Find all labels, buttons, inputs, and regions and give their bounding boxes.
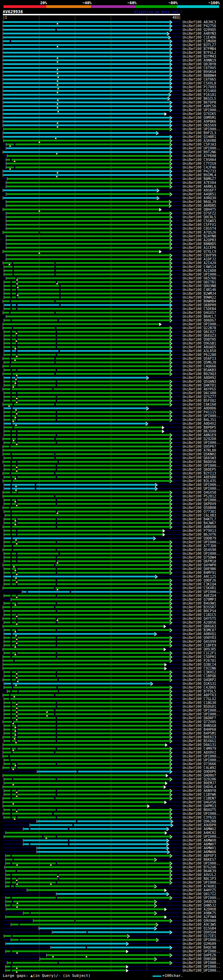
hit-id-label[interactable]: UniRef100_C5XXL8 bbox=[183, 81, 216, 85]
hit-id-label[interactable]: UniRef100_Q0CRL5 bbox=[183, 215, 216, 219]
hit-id-label[interactable]: UniRef100_Q6CX80 bbox=[183, 391, 216, 395]
hit-id-label[interactable]: UniRef100_UPI000.. bbox=[183, 464, 220, 468]
hit-id-label[interactable]: UniRef100_Q1H8R1 bbox=[183, 135, 216, 139]
hit-id-label[interactable]: UniRef100_Q4KTD1 bbox=[183, 383, 216, 387]
hit-id-label[interactable]: UniRef100_B3TLZ7 bbox=[183, 43, 216, 47]
hit-id-label[interactable]: UniRef100_UPI000.. bbox=[183, 896, 220, 900]
hit-id-label[interactable]: UniRef100_Q7SFZ2 bbox=[183, 212, 216, 215]
hit-id-label[interactable]: UniRef100_Q292D0 bbox=[183, 437, 216, 441]
hit-id-label[interactable]: UniRef100_B0EMJ7 bbox=[183, 781, 216, 785]
hit-id-label[interactable]: UniRef100_Q4PEZ6 bbox=[183, 953, 216, 957]
hit-id-label[interactable]: UniRef100_B6TDP8 bbox=[183, 100, 216, 104]
hit-id-label[interactable]: UniRef100_A8PXF3 bbox=[183, 854, 216, 858]
hit-id-label[interactable]: UniRef100_A0C125 bbox=[183, 575, 216, 579]
hit-id-label[interactable]: UniRef100_C8VF99 bbox=[183, 253, 216, 257]
hit-id-label[interactable]: UniRef100_Q75DW4 bbox=[183, 555, 216, 559]
hit-id-label[interactable]: UniRef100_B6KES7 bbox=[183, 858, 216, 861]
hit-id-label[interactable]: UniRef100_A9V2L2 bbox=[183, 873, 216, 877]
hit-id-label[interactable]: UniRef100_B4QC90 bbox=[183, 946, 216, 950]
hit-id-label[interactable]: UniRef100_B6HCL7 bbox=[183, 315, 216, 318]
hit-id-label[interactable]: UniRef100_A7EVA4 bbox=[183, 181, 216, 185]
hit-id-label[interactable]: UniRef100_A6MWV7 bbox=[183, 842, 216, 846]
hit-id-label[interactable]: UniRef100_Q70MP3 bbox=[183, 598, 216, 601]
hit-id-label[interactable]: UniRef100_Q4PM13 bbox=[183, 804, 216, 808]
hit-id-label[interactable]: UniRef100_A4HC02 bbox=[183, 831, 216, 835]
hit-id-label[interactable]: UniRef100_A7TJD0 bbox=[183, 544, 216, 548]
hit-id-label[interactable]: UniRef100_A2FXW4 bbox=[183, 915, 216, 919]
hit-id-label[interactable]: UniRef100_Q7ZV05 bbox=[183, 720, 216, 724]
hit-id-label[interactable]: UniRef100_A4HYZ5 bbox=[183, 888, 216, 892]
hit-id-label[interactable]: UniRef100_UPI000.. bbox=[183, 861, 220, 865]
hit-id-label[interactable]: UniRef100_UPI000.. bbox=[183, 712, 220, 716]
hit-id-label[interactable]: UniRef100_A8E6B0 bbox=[183, 475, 216, 479]
hit-id-label[interactable]: UniRef100_Q15GB4 bbox=[183, 926, 216, 930]
hit-id-label[interactable]: UniRef100_B6JUX0 bbox=[183, 430, 216, 433]
hit-id-label[interactable]: UniRef100_Q22B78 bbox=[183, 326, 216, 330]
hit-id-label[interactable]: UniRef100_Q20206 bbox=[183, 777, 216, 781]
hit-id-label[interactable]: UniRef100_UPI000.. bbox=[183, 322, 220, 326]
hit-id-label[interactable]: UniRef100_C7YIG9 bbox=[183, 162, 216, 165]
hit-id-label[interactable]: UniRef100_Q4S999 bbox=[183, 640, 216, 643]
hit-id-label[interactable]: UniRef100_C5KXR1 bbox=[183, 586, 216, 590]
hit-id-label[interactable]: UniRef100_UPI000.. bbox=[183, 881, 220, 885]
hit-id-label[interactable]: UniRef100_UPI000.. bbox=[183, 498, 220, 502]
hit-id-label[interactable]: UniRef100_P62280 bbox=[183, 353, 216, 357]
hit-id-label[interactable]: UniRef100_C1BG30 bbox=[183, 701, 216, 705]
hit-id-label[interactable]: UniRef100_UPI000.. bbox=[183, 552, 220, 555]
hit-id-label[interactable]: UniRef100_C4LW92 bbox=[183, 766, 216, 770]
hit-id-label[interactable]: UniRef100_C9SHA4 bbox=[183, 158, 216, 162]
hit-id-label[interactable]: UniRef100_A9UDP0 bbox=[183, 823, 216, 827]
hit-id-label[interactable]: UniRef100_Q5DB08 bbox=[183, 506, 216, 510]
hit-id-label[interactable]: UniRef100_UPI000.. bbox=[183, 938, 220, 942]
hit-id-label[interactable]: UniRef100_A1CEP6 bbox=[183, 246, 216, 250]
hit-id-label[interactable]: UniRef100_C5FFX1 bbox=[183, 223, 216, 227]
hit-id-label[interactable]: UniRef100_C5DPH1 bbox=[183, 655, 216, 659]
hit-id-label[interactable]: UniRef100_A0BVQ1 bbox=[183, 632, 216, 636]
hit-id-label[interactable]: UniRef100_UPI000.. bbox=[183, 758, 220, 762]
hit-id-label[interactable]: UniRef100_B4HP68 bbox=[183, 728, 216, 732]
hit-id-label[interactable]: UniRef100_B5AKB3 bbox=[183, 368, 216, 372]
hit-id-label[interactable]: UniRef100_UPI000.. bbox=[183, 708, 220, 712]
hit-id-label[interactable]: UniRef100_B0Z9Q3 bbox=[183, 372, 216, 376]
hit-id-label[interactable]: UniRef100_C3KIQ4 bbox=[183, 582, 216, 586]
hit-id-label[interactable]: UniRef100_B0XUT5 bbox=[183, 808, 216, 812]
hit-id-label[interactable]: UniRef100_Q9DB79 bbox=[183, 536, 216, 540]
hit-id-label[interactable]: UniRef100_B9T2N6 bbox=[183, 150, 216, 154]
hit-id-label[interactable]: UniRef100_A8JHC3 bbox=[183, 20, 216, 24]
hit-id-label[interactable]: UniRef100_O65766 bbox=[183, 276, 216, 280]
hit-id-label[interactable]: UniRef100_B4KTL7 bbox=[183, 517, 216, 521]
hit-id-label[interactable]: UniRef100_C1C2F1 bbox=[183, 651, 216, 655]
hit-id-label[interactable]: UniRef100_Q5UAN3 bbox=[183, 380, 216, 383]
hit-id-label[interactable]: UniRef100_A9RQ30 bbox=[183, 196, 216, 200]
hit-id-label[interactable]: UniRef100_A6RKL6 bbox=[183, 185, 216, 188]
hit-id-label[interactable]: UniRef100_B9WH22 bbox=[183, 296, 216, 299]
hit-id-label[interactable]: UniRef100_Q6PDV9 bbox=[183, 502, 216, 506]
hit-id-label[interactable]: UniRef100_Q9U9A0 bbox=[183, 919, 216, 923]
hit-id-label[interactable]: UniRef100_Q4GXS8 bbox=[183, 490, 216, 494]
hit-id-label[interactable]: UniRef100_B8N0D5 bbox=[183, 242, 216, 246]
hit-id-label[interactable]: UniRef100_B7G2U6 bbox=[183, 865, 216, 869]
hit-id-label[interactable]: UniRef100_B0WHB4 bbox=[183, 299, 216, 303]
hit-id-label[interactable]: UniRef100_Q9DF26 bbox=[183, 579, 216, 582]
hit-id-label[interactable]: UniRef100_UPI000.. bbox=[183, 835, 220, 838]
hit-id-label[interactable]: UniRef100_P42733 bbox=[183, 169, 216, 173]
hit-id-label[interactable]: UniRef100_B6QLJ9 bbox=[183, 200, 216, 204]
hit-id-label[interactable]: UniRef100_O65569 bbox=[183, 123, 216, 127]
hit-id-label[interactable]: UniRef100_Q9GSB1 bbox=[183, 341, 216, 345]
hit-id-label[interactable]: UniRef100_P25460 bbox=[183, 89, 216, 93]
hit-id-label[interactable]: UniRef100_Q1KS31 bbox=[183, 682, 216, 686]
hit-id-label[interactable]: UniRef100_C6T0V5 bbox=[183, 66, 216, 70]
hit-id-label[interactable]: UniRef100_P52812 bbox=[183, 494, 216, 498]
hit-id-label[interactable]: UniRef100_A2I420 bbox=[183, 261, 216, 265]
hit-id-label[interactable]: UniRef100_Q09JR5 bbox=[183, 647, 216, 651]
hit-id-label[interactable]: UniRef100_Q017I2 bbox=[183, 892, 216, 896]
hit-id-label[interactable]: UniRef100_C4M979 bbox=[183, 747, 216, 751]
hit-id-label[interactable]: UniRef100_UPI000.. bbox=[183, 414, 220, 418]
hit-id-label[interactable]: UniRef100_UPI000.. bbox=[183, 108, 220, 112]
hit-id-label[interactable]: UniRef100_C1BIC5 bbox=[183, 613, 216, 617]
hit-id-label[interactable]: UniRef100_Q9D0P6 bbox=[183, 770, 216, 773]
hit-id-label[interactable]: UniRef100_UPI000.. bbox=[183, 487, 220, 490]
hit-id-label[interactable]: UniRef100_B3S5R7 bbox=[183, 605, 216, 609]
hit-id-label[interactable]: UniRef100_A2IAD8 bbox=[183, 269, 216, 272]
hit-id-label[interactable]: UniRef100_Q6DEP5 bbox=[183, 468, 216, 471]
